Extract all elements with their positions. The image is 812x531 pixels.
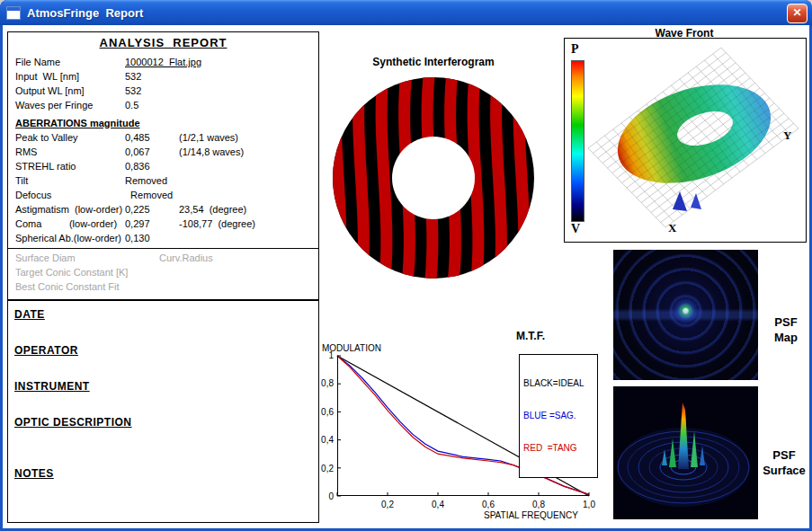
mtf-xtick-02: 0,2	[376, 500, 399, 509]
analysis-report-panel: ANALYSIS REPORT File Name 1000012_Flat.j…	[7, 31, 319, 300]
input-wl-value: 532	[125, 71, 179, 82]
mtf-xtick-04: 0,4	[426, 500, 450, 509]
astigmatism-label: Astigmatism (low-order)	[15, 204, 125, 215]
analysis-report-title: ANALYSIS REPORT	[8, 36, 318, 49]
peak-to-valley-row: Peak to Valley 0,485 (1/2,1 waves)	[8, 130, 318, 145]
wavefront-surface	[605, 66, 783, 200]
wavefront-spike	[673, 191, 687, 211]
coma-extra: -108,77 (degree)	[179, 218, 318, 229]
mtf-legend-tang: RED =TANG	[523, 443, 593, 454]
file-name-value: 1000012_Flat.jpg	[125, 57, 201, 67]
peak-to-valley-value: 0,485	[125, 132, 179, 143]
coma-value: 0,297	[125, 218, 179, 229]
surface-diam-label: Surface Diam	[15, 252, 159, 263]
notes-label: NOTES	[14, 467, 54, 480]
best-conic-row: Best Conic Constant Fit	[8, 279, 318, 294]
wavefront-valley-label: V	[571, 222, 580, 236]
peak-to-valley-label: Peak to Valley	[15, 132, 125, 143]
mtf-title: M.T.F.	[499, 330, 562, 342]
wavefront-colorbar	[571, 60, 584, 222]
target-conic-label: Target Conic Constant [K]	[15, 267, 128, 278]
mtf-xtick-10: 1,0	[577, 500, 601, 509]
window-title: AtmosFringe Report	[27, 6, 143, 20]
mtf-xlabel: SPATIAL FREQUENCY	[484, 510, 578, 520]
interferogram-title: Synthetic Interferogram	[331, 56, 536, 68]
spherical-row: Spherical Ab.(low-order) 0,130	[8, 231, 318, 245]
spherical-value: 0,130	[125, 233, 179, 243]
psf-surface-image	[613, 386, 758, 519]
mtf-ytick-08: 0,8	[310, 378, 334, 388]
psf-map-label: PSF Map	[763, 314, 809, 345]
peak-to-valley-extra: (1/2,1 waves)	[179, 132, 318, 143]
tilt-row: Tilt Removed	[8, 173, 318, 188]
psf-map-image	[613, 250, 758, 380]
waves-per-fringe-row: Waves per Fringe 0.5	[8, 98, 318, 112]
instrument-label: INSTRUMENT	[14, 380, 90, 393]
title-bar[interactable]: AtmosFringe Report ✕	[0, 0, 812, 25]
best-conic-label: Best Conic Constant Fit	[15, 281, 120, 292]
close-icon: ✕	[792, 6, 801, 19]
mtf-ytick-04: 0,4	[310, 435, 334, 445]
output-wl-value: 532	[125, 85, 179, 96]
strehl-row: STREHL ratio 0,836	[8, 159, 318, 173]
date-label: DATE	[14, 308, 45, 321]
spherical-label: Spherical Ab.(low-order)	[15, 233, 125, 243]
defocus-value: Removed	[125, 190, 179, 200]
target-conic-row: Target Conic Constant [K]	[8, 265, 318, 279]
mtf-ytick-1: 1	[310, 350, 334, 360]
file-name-row: File Name 1000012_Flat.jpg	[8, 55, 318, 69]
report-form-panel: DATE OPERATOR INSTRUMENT OPTIC DESCRIPTI…	[7, 300, 319, 523]
rms-row: RMS 0,067 (1/14,8 waves)	[8, 145, 318, 159]
strehl-label: STREHL ratio	[15, 161, 125, 172]
input-wl-row: Input WL [nm] 532	[8, 69, 318, 84]
input-wl-label: Input WL [nm]	[15, 71, 125, 82]
psf-map-label-line1: PSF	[763, 314, 809, 330]
tilt-label: Tilt	[15, 175, 125, 186]
waves-per-fringe-value: 0.5	[125, 100, 179, 111]
waves-per-fringe-label: Waves per Fringe	[15, 100, 125, 111]
astigmatism-value: 0,225	[125, 204, 179, 215]
mtf-xtick-06: 0,6	[477, 500, 500, 509]
coma-label: Coma (low-order)	[15, 218, 125, 229]
rms-label: RMS	[15, 146, 125, 157]
optic-description-label: OPTIC DESCRIPTION	[14, 416, 132, 429]
tilt-value: Removed	[125, 175, 179, 186]
wavefront-spike	[691, 193, 701, 209]
mtf-legend-ideal: BLACK=IDEAL	[523, 378, 593, 389]
app-icon	[6, 6, 21, 20]
mtf-ytick-02: 0,2	[310, 464, 334, 473]
curv-radius-label: Curv.Radius	[159, 252, 213, 263]
aberrations-heading: ABERRATIONS magnitude	[8, 115, 318, 130]
interferogram-image	[331, 74, 536, 282]
rms-value: 0,067	[125, 146, 179, 157]
mtf-legend-sag: BLUE =SAG.	[523, 411, 593, 421]
surface-diam-row: Surface Diam Curv.Radius	[8, 251, 318, 265]
wavefront-3d-plot	[586, 42, 802, 233]
output-wl-row: Output WL [nm] 532	[8, 84, 318, 98]
app-window: AtmosFringe Report ✕ ANALYSIS REPORT Fil…	[0, 0, 812, 531]
window-content: ANALYSIS REPORT File Name 1000012_Flat.j…	[3, 25, 809, 528]
mtf-xtick-08: 0,8	[527, 500, 550, 509]
astigmatism-row: Astigmatism (low-order) 0,225 23,54 (deg…	[8, 202, 318, 217]
section-divider	[8, 248, 318, 249]
psf-map-label-line2: Map	[763, 330, 809, 345]
psf-surface-label-line2: Surface	[757, 463, 811, 478]
mtf-ytick-06: 0,6	[310, 407, 334, 417]
psf-surface-plot	[613, 386, 758, 519]
mtf-legend: BLACK=IDEAL BLUE =SAG. RED =TANG	[519, 354, 598, 478]
wavefront-peak-label: P	[571, 42, 579, 57]
rms-extra: (1/14,8 waves)	[179, 146, 318, 157]
close-button[interactable]: ✕	[787, 4, 808, 23]
coma-row: Coma (low-order) 0,297 -108,77 (degree)	[8, 217, 318, 231]
mtf-ytick-0: 0	[310, 491, 334, 501]
defocus-label: Defocus	[15, 190, 125, 200]
astigmatism-extra: 23,54 (degree)	[179, 204, 318, 215]
psf-surface-label: PSF Surface	[757, 447, 811, 478]
wavefront-panel: P V X Y	[564, 38, 807, 243]
file-name-label: File Name	[15, 57, 125, 67]
operator-label: OPERATOR	[14, 344, 78, 357]
defocus-row: Defocus Removed	[8, 188, 318, 202]
strehl-value: 0,836	[125, 161, 179, 172]
output-wl-label: Output WL [nm]	[15, 85, 125, 96]
psf-surface-label-line1: PSF	[757, 447, 811, 463]
